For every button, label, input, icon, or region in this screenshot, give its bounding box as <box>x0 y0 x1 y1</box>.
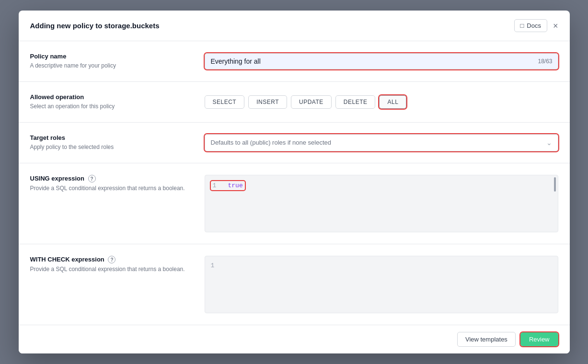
target-roles-title: Target roles <box>30 134 193 141</box>
with-check-line: 1 <box>211 262 552 269</box>
using-expr-content: 1 true <box>205 175 558 232</box>
review-button[interactable]: Review <box>520 332 558 346</box>
op-update-button[interactable]: UPDATE <box>291 95 332 109</box>
op-delete-button[interactable]: DELETE <box>335 95 376 109</box>
allowed-operation-desc: Select an operation for this policy <box>30 102 193 111</box>
view-templates-button[interactable]: View templates <box>457 332 516 347</box>
operation-buttons: SELECT INSERT UPDATE DELETE ALL <box>205 95 558 109</box>
using-expr-label: USING expression ? Provide a SQL conditi… <box>30 175 193 232</box>
op-insert-button[interactable]: INSERT <box>248 95 287 109</box>
modal-dialog: Adding new policy to storage.buckets □ D… <box>19 11 570 353</box>
op-select-button[interactable]: SELECT <box>205 95 245 109</box>
with-check-two-col: WITH CHECK expression ? Provide a SQL co… <box>30 256 558 313</box>
review-btn-wrapper: Review <box>520 332 558 346</box>
using-code-value: true <box>228 182 243 189</box>
target-roles-desc: Apply policy to the selected roles <box>30 143 193 151</box>
using-expr-desc: Provide a SQL conditional expression tha… <box>30 184 193 193</box>
target-roles-section: Target roles Apply policy to the selecte… <box>19 123 570 163</box>
target-roles-label: Target roles Apply policy to the selecte… <box>30 134 193 151</box>
with-check-label: WITH CHECK expression ? Provide a SQL co… <box>30 256 193 313</box>
scrollbar <box>554 177 556 192</box>
using-expr-highlight: 1 true <box>211 181 245 190</box>
policy-name-desc: A descriptive name for your policy <box>30 62 193 70</box>
allowed-operation-title: Allowed operation <box>30 93 193 101</box>
char-count: 18/63 <box>538 58 552 65</box>
with-check-line-number: 1 <box>211 262 219 269</box>
op-all-button[interactable]: ALL <box>379 95 406 109</box>
modal-footer: View templates Review <box>19 325 570 353</box>
modal-body: Policy name A descriptive name for your … <box>19 41 570 325</box>
using-line-number: 1 <box>213 182 220 189</box>
modal-title: Adding new policy to storage.buckets <box>30 22 160 30</box>
using-expr-editor[interactable]: 1 true <box>205 175 558 232</box>
policy-name-section: Policy name A descriptive name for your … <box>19 41 570 82</box>
target-roles-content: Defaults to all (public) roles if none s… <box>205 134 558 151</box>
policy-name-input[interactable] <box>205 53 558 69</box>
with-check-editor[interactable]: 1 <box>205 256 558 313</box>
with-check-help-icon[interactable]: ? <box>108 256 115 263</box>
with-check-desc: Provide a SQL conditional expression tha… <box>30 265 193 273</box>
policy-name-label: Policy name A descriptive name for your … <box>30 53 193 70</box>
roles-placeholder: Defaults to all (public) roles if none s… <box>211 139 331 146</box>
modal-header: Adding new policy to storage.buckets □ D… <box>19 11 570 41</box>
with-check-section: WITH CHECK expression ? Provide a SQL co… <box>19 244 570 325</box>
allowed-operation-section: Allowed operation Select an operation fo… <box>19 82 570 123</box>
docs-button[interactable]: □ Docs <box>514 19 547 32</box>
using-expression-section: USING expression ? Provide a SQL conditi… <box>19 163 570 244</box>
using-expr-title: USING expression ? <box>30 175 193 183</box>
allowed-operation-label: Allowed operation Select an operation fo… <box>30 93 193 111</box>
using-expr-line: 1 true <box>213 182 243 189</box>
roles-select[interactable]: Defaults to all (public) roles if none s… <box>205 134 558 151</box>
header-actions: □ Docs × <box>514 19 558 32</box>
close-button[interactable]: × <box>553 22 558 30</box>
target-roles-wrapper: Defaults to all (public) roles if none s… <box>205 134 558 151</box>
with-check-title: WITH CHECK expression ? <box>30 256 193 264</box>
book-icon: □ <box>520 22 524 29</box>
chevron-down-icon: ⌄ <box>546 139 552 147</box>
policy-name-wrapper: 18/63 <box>205 53 558 69</box>
operation-buttons-container: SELECT INSERT UPDATE DELETE ALL <box>205 93 558 111</box>
policy-name-title: Policy name <box>30 53 193 60</box>
with-check-content: 1 <box>205 256 558 313</box>
policy-name-content: 18/63 <box>205 53 558 70</box>
using-expr-help-icon[interactable]: ? <box>88 175 96 182</box>
using-two-col: USING expression ? Provide a SQL conditi… <box>30 175 558 232</box>
